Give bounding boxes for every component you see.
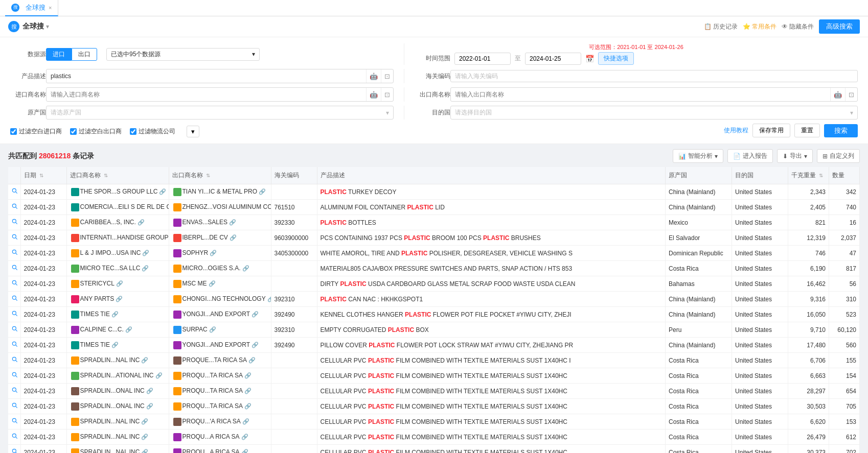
- exporter-action-icon[interactable]: 🔗: [230, 234, 237, 241]
- importer-action-icon[interactable]: 🔗: [146, 388, 153, 394]
- importer-reset-icon[interactable]: ⊡: [381, 88, 393, 101]
- row-search-btn[interactable]: [8, 307, 20, 322]
- row-search-btn[interactable]: [8, 246, 20, 261]
- product-input-wrapper: 🤖 ⊡: [46, 69, 394, 83]
- exporter-input[interactable]: [451, 89, 830, 100]
- origin-select[interactable]: 请选原产国 ▾: [46, 106, 394, 120]
- exporter-action-icon[interactable]: 🔗: [242, 265, 249, 271]
- hide-btn[interactable]: 👁 隐藏条件: [782, 22, 814, 31]
- exporter-action-icon[interactable]: 🔗: [210, 250, 217, 256]
- importer-action-icon[interactable]: 🔗: [111, 342, 119, 348]
- importer-action-icon[interactable]: 🔗: [141, 449, 148, 453]
- checkbox-logistics[interactable]: 过滤物流公司: [130, 127, 175, 136]
- tab-close-btn[interactable]: ×: [49, 5, 52, 11]
- dest-select[interactable]: 请选择目的国 ▾: [450, 106, 858, 120]
- importer-ai-icon[interactable]: 🤖: [366, 88, 381, 101]
- row-search-btn[interactable]: [8, 353, 20, 368]
- time-from-input[interactable]: [454, 53, 511, 65]
- history-btn[interactable]: 📋 历史记录: [704, 22, 738, 31]
- exporter-action-icon[interactable]: 🔗: [252, 342, 259, 348]
- exporter-action-icon[interactable]: 🔗: [252, 311, 259, 317]
- row-search-btn[interactable]: [8, 430, 20, 445]
- exporter-icon: [173, 295, 181, 303]
- table-row: 2024-01-23TIMES TIE🔗YONGJI...AND EXPORT🔗…: [8, 338, 860, 353]
- tab-global-search[interactable]: 搜 全球搜 ×: [5, 0, 58, 16]
- exporter-action-icon[interactable]: 🔗: [259, 188, 266, 195]
- row-search-btn[interactable]: [8, 230, 20, 246]
- checkbox-empty-import[interactable]: 过滤空白进口商: [10, 127, 62, 136]
- row-search-btn[interactable]: [8, 292, 20, 307]
- save-common-btn[interactable]: 保存常用: [752, 124, 790, 137]
- import-tab-btn[interactable]: 进口: [46, 48, 72, 61]
- exporter-action-icon[interactable]: 🔗: [241, 449, 248, 453]
- product-reset-icon[interactable]: ⊡: [381, 69, 393, 83]
- product-ai-icon[interactable]: 🤖: [366, 69, 381, 83]
- row-search-btn[interactable]: [8, 322, 20, 338]
- importer-action-icon[interactable]: 🔗: [125, 326, 132, 332]
- importer-action-icon[interactable]: 🔗: [116, 296, 123, 302]
- exporter-action-icon[interactable]: 🔗: [267, 296, 271, 302]
- importer-action-icon[interactable]: 🔗: [141, 418, 148, 424]
- tutorial-btn[interactable]: 使用教程: [724, 126, 748, 135]
- col-importer[interactable]: 进口商名称 ⇅: [66, 167, 169, 184]
- exporter-action-icon[interactable]: 🔗: [229, 219, 236, 225]
- row-search-btn[interactable]: [8, 200, 20, 215]
- row-search-btn[interactable]: [8, 414, 20, 430]
- cell-weight: 30,503: [788, 399, 829, 414]
- exporter-action-icon[interactable]: 🔗: [244, 388, 252, 394]
- columns-btn[interactable]: ⊞ 自定义列: [817, 149, 860, 163]
- hs-input[interactable]: [450, 70, 858, 82]
- exporter-action-icon[interactable]: 🔗: [241, 434, 248, 440]
- exporter-action-icon[interactable]: 🔗: [244, 372, 252, 378]
- importer-action-icon[interactable]: 🔗: [141, 357, 148, 363]
- exporter-action-icon[interactable]: 🔗: [209, 280, 216, 287]
- checkbox-empty-export[interactable]: 过滤空白出口商: [70, 127, 122, 136]
- row-search-btn[interactable]: [8, 215, 20, 230]
- col-weight[interactable]: 千克重量 ⇅: [788, 167, 829, 184]
- dest-arrow-icon: ▾: [850, 109, 853, 116]
- export-tab-btn[interactable]: 出口: [72, 48, 97, 61]
- col-exporter[interactable]: 出口商名称 ⇅: [169, 167, 271, 184]
- importer-input[interactable]: [47, 89, 366, 100]
- quick-option-btn[interactable]: 快捷选项: [598, 52, 634, 65]
- exporter-action-icon[interactable]: 🔗: [242, 418, 249, 424]
- importer-action-icon[interactable]: 🔗: [146, 403, 153, 409]
- report-btn[interactable]: 📄 进入报告: [727, 149, 773, 163]
- exporter-ai-icon[interactable]: 🤖: [830, 88, 845, 101]
- importer-action-icon[interactable]: 🔗: [159, 188, 166, 195]
- common-btn[interactable]: ⭐ 常用条件: [743, 22, 776, 31]
- header-dropdown-arrow[interactable]: ▾: [46, 23, 49, 30]
- row-search-btn[interactable]: [8, 384, 20, 399]
- export-btn[interactable]: ⬇ 导出 ▾: [777, 149, 813, 163]
- importer-action-icon[interactable]: 🔗: [116, 280, 123, 287]
- search-btn[interactable]: 搜索: [824, 124, 858, 137]
- row-search-btn[interactable]: [8, 368, 20, 384]
- row-search-btn[interactable]: [8, 445, 20, 454]
- exporter-action-icon[interactable]: 🔗: [248, 357, 256, 363]
- advanced-search-btn[interactable]: 高级搜索: [819, 19, 860, 34]
- exporter-reset-icon[interactable]: ⊡: [845, 88, 857, 101]
- row-search-btn[interactable]: [8, 276, 20, 292]
- analysis-btn[interactable]: 📊 智能分析 ▾: [673, 149, 723, 163]
- exporter-action-icon[interactable]: 🔗: [244, 403, 252, 409]
- importer-action-icon[interactable]: 🔗: [142, 265, 149, 271]
- row-search-btn[interactable]: [8, 184, 20, 200]
- product-input[interactable]: [47, 70, 366, 82]
- importer-action-icon[interactable]: 🔗: [142, 250, 149, 256]
- reset-btn[interactable]: 重置: [794, 124, 820, 137]
- importer-icon: [71, 295, 79, 303]
- row-search-btn[interactable]: [8, 261, 20, 276]
- importer-action-icon[interactable]: 🔗: [141, 434, 148, 440]
- importer-action-icon[interactable]: 🔗: [111, 311, 119, 317]
- svg-line-1: [15, 192, 17, 193]
- time-to-input[interactable]: [525, 53, 581, 65]
- collapse-btn[interactable]: ▾: [187, 126, 199, 137]
- importer-action-icon[interactable]: 🔗: [138, 219, 145, 225]
- importer-action-icon[interactable]: 🔗: [155, 372, 163, 378]
- cell-exporter: PROQUE...TA RICA SA🔗: [169, 353, 271, 368]
- col-date[interactable]: 日期 ⇅: [20, 167, 66, 184]
- row-search-btn[interactable]: [8, 399, 20, 414]
- exporter-action-icon[interactable]: 🔗: [209, 326, 216, 332]
- datasource-select[interactable]: 已选中95个数据源 ▾: [106, 48, 260, 61]
- row-search-btn[interactable]: [8, 338, 20, 353]
